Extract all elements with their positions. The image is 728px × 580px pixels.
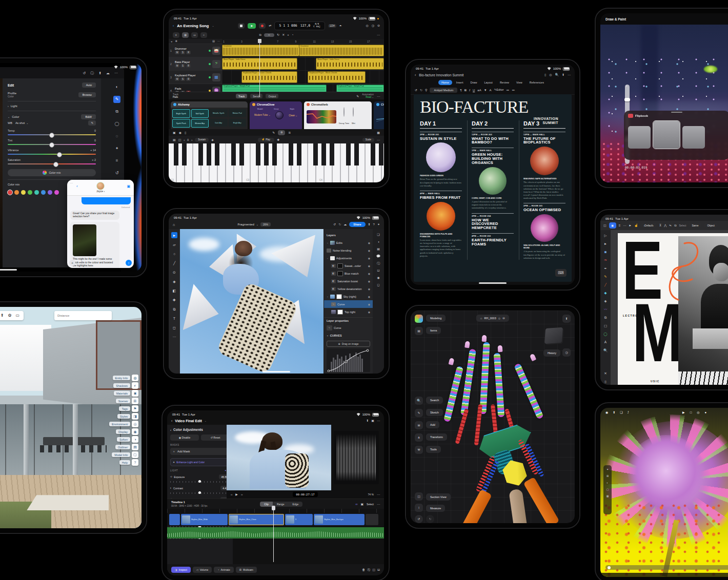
skip-fwd-icon[interactable]: ›› [241,493,242,496]
settings-icon[interactable]: ✦ [377,223,380,226]
pencil-icon[interactable]: ✎ [356,95,359,98]
transform-tool[interactable]: ▱ [171,241,177,247]
panel-soften[interactable]: Soften◑ [117,436,138,443]
back-icon[interactable]: ‹ [170,428,171,431]
record-icon[interactable]: ◉ [605,411,608,414]
auto-button[interactable]: Auto [82,82,96,88]
region[interactable]: Bass Player - Indie Disco [316,58,384,70]
back-icon[interactable]: ‹ [415,73,416,77]
plugin-chromaverb[interactable]: ChromaVerb Decay Time Wet [304,101,372,131]
region[interactable]: Keyboard Player - Brown Chords [241,71,297,83]
lane-drummer[interactable]: Drummer Drummer [222,44,384,57]
flipbook-frame[interactable] [628,126,651,149]
layer-saturation[interactable]: ◧Saturation boost◉ [324,277,373,285]
presets-icon[interactable]: ◐ [113,84,120,91]
black-keys[interactable] [169,143,384,165]
adjust-icon[interactable]: ◑ [377,240,379,243]
reset-button[interactable]: ↺ Reset [201,434,230,441]
region[interactable]: Keyboard Player - Block Chords [308,71,366,83]
timeline-icon[interactable]: ◷ [562,348,571,357]
mirror-icon[interactable]: ⋀ [664,224,666,227]
numbering-icon[interactable]: ≕ [512,89,515,92]
layer-blue-match[interactable]: ◧Blue match◉ [324,270,373,277]
arrow-icon[interactable]: ✚ [277,138,279,141]
clip-skyline-background[interactable]: Skyline_Blue_Backgro [314,514,365,525]
select-menu[interactable]: Select [679,224,686,227]
window-controls-icon[interactable]: ⋯ [70,181,73,184]
clip-scroll-stub[interactable] [366,514,378,525]
document-name[interactable]: Fragmented [237,223,254,226]
measure-icon[interactable]: ⟟ [415,504,423,512]
move-tool[interactable]: ► [603,241,609,247]
section-view-button[interactable]: Section View [426,493,451,501]
home-icon[interactable]: ⌂ [480,317,482,320]
cloud-sync-icon[interactable]: ☁ [106,71,110,75]
zoom-tool[interactable]: 🔍 [603,348,609,354]
pencil-tool[interactable]: ✎ [603,274,609,280]
tools-button[interactable]: Tools [426,446,441,453]
keys-icon[interactable]: ▤ [173,138,176,141]
camera-icon[interactable]: ▣ [371,419,374,422]
vibrance-slider[interactable]: Vibrance+ 14 [8,149,96,155]
cloud-icon[interactable]: ☁ [343,223,347,226]
properties-icon[interactable]: ▤ [377,247,380,251]
layers-icon[interactable]: ❏ [377,233,379,236]
style-pen-icon[interactable]: ⚲ [425,89,427,92]
crop-icon[interactable]: ⧉ [113,108,120,115]
lane-bass[interactable]: Bass Player - Indie Disco Bass Player - … [222,57,384,71]
redo-icon[interactable]: ↻ [338,223,341,226]
record-button[interactable] [259,23,266,29]
layer-curve-selected[interactable]: ∿Curve◉ [324,300,373,308]
info-icon[interactable]: ⓘ [90,71,94,75]
crop-tool[interactable]: ⧉ [603,315,609,321]
tools-icon[interactable]: ⚒ [415,446,423,454]
brush-icon[interactable]: ✦ [113,145,120,152]
masking-icon[interactable]: ◯ [113,120,120,128]
tab-review[interactable]: Review [497,80,512,85]
mute-button[interactable]: M [175,64,179,68]
export-icon[interactable]: ⬆ [1,314,4,318]
trim-tool-button[interactable]: ✂ [264,33,274,37]
add-mask-button[interactable]: ＋Add Mask [170,448,230,455]
tracks-view-icon[interactable]: ≡ [173,32,179,38]
split-keyboard-icon[interactable]: ◫ [178,138,181,141]
record-take-icon[interactable]: ◉ [179,131,181,134]
more-icon[interactable]: ⋯ [217,40,220,43]
alchemy-pad[interactable]: Synth Pluck [172,119,190,128]
eraser-tool[interactable]: ◈ [171,278,177,284]
editor-button[interactable]: ✎ Editor [494,89,504,92]
tips-icon[interactable]: ◎ [549,73,552,76]
inspect-button[interactable]: ◨Inspect [171,567,191,573]
redo-button[interactable]: ↻ [426,515,434,523]
decay-knob[interactable] [343,107,345,117]
pencil-icon[interactable]: ✎ [272,131,275,134]
mobile-view-icon[interactable]: ▯ [544,73,546,76]
browse-button[interactable]: Browse [78,92,96,97]
mask-icon[interactable]: ◻ [377,283,380,286]
layer-edits[interactable]: ⌄Edits◉ [324,239,373,246]
ellipse-tool[interactable]: ◯ [603,332,609,337]
versions-icon[interactable]: ≡ [113,157,120,164]
search-icon[interactable]: 🔍 [555,73,559,76]
sketch-button[interactable]: Sketch [426,409,443,416]
track-row-bass[interactable]: 2 Bass Player MSR 𝄢 [169,57,222,71]
layer-noise[interactable]: Noise blending◉ [324,246,373,254]
info-icon[interactable]: ⓘ [377,262,380,265]
object-menu[interactable]: Object [704,223,717,228]
edit-icon[interactable]: ✎ [113,96,120,103]
plugin-chromaglow[interactable]: ChromaGlow ModelDriveStyle Modern Tube ⌄… [250,101,302,131]
snap-icon[interactable]: ⊼ [659,224,661,227]
split-icon[interactable]: ◫ [372,568,375,571]
solo-button[interactable]: S [180,64,185,68]
panel-scenes[interactable]: Scenes⊞ [116,398,138,404]
color-mix-button[interactable]: Color mix [8,169,96,176]
transform-icon[interactable]: ⋔ [415,433,423,442]
attached-photo[interactable] [73,224,96,256]
curves-section[interactable]: ⌄CURVES [324,332,373,339]
eyedropper-icon[interactable]: ✎ [88,120,96,126]
more-icon[interactable]: ⋯ [377,503,380,506]
bar-ruler[interactable]: 135 7911 131517 [222,39,384,44]
copy-icon[interactable]: ⧉ [259,33,261,36]
animate-button[interactable]: ◔Animate [214,567,233,573]
back-icon[interactable]: ‹ [173,24,174,28]
